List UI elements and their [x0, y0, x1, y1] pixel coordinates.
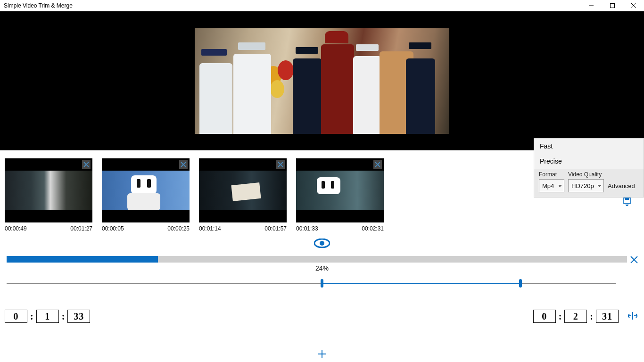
format-select[interactable]: Mp4	[539, 179, 564, 192]
start-seconds-input[interactable]: 33	[67, 310, 90, 323]
svg-point-16	[320, 241, 324, 246]
time-separator: :	[559, 311, 562, 322]
range-track	[7, 283, 616, 284]
trim-range-slider[interactable]	[7, 277, 616, 291]
add-clip-button[interactable]	[317, 349, 327, 361]
clip-end-time: 00:02:31	[362, 225, 384, 232]
mode-option-precise[interactable]: Precise	[534, 154, 644, 169]
time-separator: :	[30, 311, 33, 322]
clip-remove-button[interactable]	[82, 160, 91, 169]
time-separator: :	[590, 311, 593, 322]
time-separator: :	[62, 311, 65, 322]
progress-area: 24%	[7, 256, 637, 272]
range-start-handle[interactable]	[321, 279, 323, 288]
window-maximize-button[interactable]	[602, 0, 623, 11]
window-title: Simple Video Trim & Merge	[0, 2, 580, 9]
window-titlebar: Simple Video Trim & Merge	[0, 0, 644, 11]
export-settings-panel: Fast Precise Format Mp4 Video Quality HD…	[534, 138, 644, 197]
end-minutes-input[interactable]: 2	[564, 310, 587, 323]
clip-start-time: 00:01:14	[199, 225, 221, 232]
clip-start-time: 00:00:49	[5, 225, 27, 232]
progress-cancel-button[interactable]	[627, 255, 638, 265]
clip-thumbnail[interactable]	[296, 158, 384, 222]
svg-rect-1	[610, 3, 614, 8]
clip-item[interactable]: 00:00:05 00:00:25	[102, 158, 190, 232]
clip-thumbnail[interactable]	[5, 158, 92, 222]
progress-percent-label: 24%	[7, 264, 637, 272]
video-preview-area	[0, 11, 644, 150]
end-seconds-input[interactable]: 31	[596, 310, 619, 323]
preview-eye-button[interactable]	[314, 243, 330, 249]
clip-start-time: 00:00:05	[102, 225, 124, 232]
start-time-group: 0 : 1 : 33	[5, 310, 90, 323]
clip-start-time: 00:01:33	[296, 225, 318, 232]
video-frame[interactable]	[195, 28, 449, 134]
advanced-link[interactable]: Advanced	[608, 182, 635, 192]
clip-item[interactable]: 00:01:14 00:01:57	[199, 158, 287, 232]
window-minimize-button[interactable]	[580, 0, 602, 11]
clip-thumbnail[interactable]	[102, 158, 190, 222]
format-label: Format	[539, 171, 564, 178]
clip-remove-button[interactable]	[373, 160, 382, 169]
split-icon[interactable]	[628, 312, 637, 321]
clip-item[interactable]: 00:01:33 00:02:31	[296, 158, 384, 232]
window-close-button[interactable]	[623, 0, 644, 11]
progress-bar	[7, 256, 637, 263]
quality-label: Video Quality	[568, 171, 604, 178]
quality-select[interactable]: HD720p	[568, 179, 604, 192]
range-selection	[322, 283, 520, 284]
clip-end-time: 00:01:57	[264, 225, 287, 232]
clip-end-time: 00:01:27	[70, 225, 92, 232]
mode-option-fast[interactable]: Fast	[534, 139, 644, 154]
end-time-group: 0 : 2 : 31	[533, 310, 619, 323]
clip-thumbnail[interactable]	[199, 158, 287, 222]
clip-end-time: 00:00:25	[167, 225, 190, 232]
time-inputs-row: 0 : 1 : 33 0 : 2 : 31	[5, 310, 637, 323]
start-minutes-input[interactable]: 1	[36, 310, 59, 323]
end-hours-input[interactable]: 0	[533, 310, 556, 323]
clip-remove-button[interactable]	[179, 160, 188, 169]
range-end-handle[interactable]	[519, 279, 522, 288]
start-hours-input[interactable]: 0	[5, 310, 27, 323]
progress-fill	[7, 256, 158, 263]
clip-remove-button[interactable]	[276, 160, 285, 169]
clip-item[interactable]: 00:00:49 00:01:27	[5, 158, 92, 232]
